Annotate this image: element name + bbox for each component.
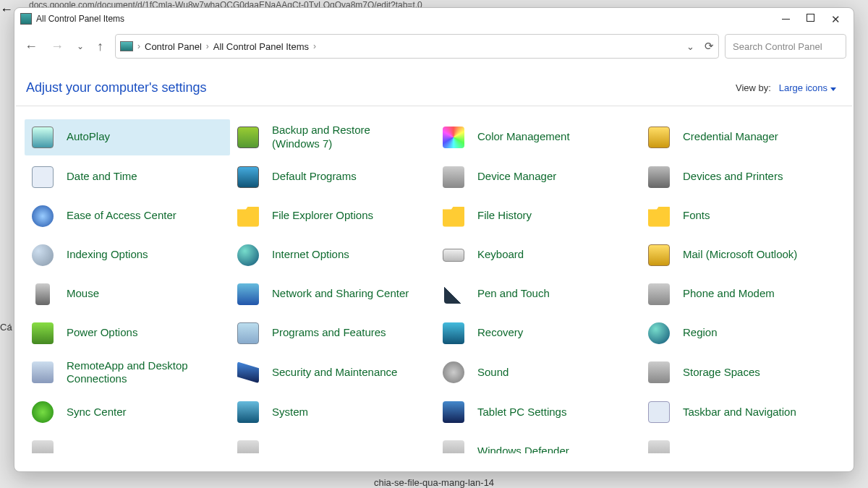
control-panel-item[interactable]: Devices and Printers [641, 160, 846, 194]
ic-region-icon [647, 321, 671, 346]
ic-keyboard-icon [441, 243, 466, 267]
chevron-right-icon: › [206, 41, 209, 51]
control-panel-item[interactable]: RemoteApp and Desktop Connections [25, 355, 230, 391]
nav-arrows: ← → ⌄ ↑ [22, 39, 109, 54]
ic-power-icon [30, 321, 55, 346]
close-button[interactable]: ✕ [830, 14, 841, 24]
item-label: Tablet PC Settings [477, 406, 566, 419]
control-panel-item[interactable]: Recovery [435, 316, 641, 351]
item-label: Fonts [683, 209, 710, 223]
control-panel-item[interactable]: Date and Time [25, 160, 230, 194]
control-panel-item[interactable]: Credential Manager [641, 119, 846, 155]
search-box[interactable] [725, 34, 846, 59]
caret-down-icon [830, 87, 836, 91]
control-panel-item[interactable]: Keyboard [435, 238, 641, 273]
control-panel-item[interactable]: Mouse [25, 277, 230, 312]
item-label: Indexing Options [67, 248, 148, 262]
background-arrow: ← [0, 2, 13, 17]
control-panel-item[interactable]: Security and Maintenance [230, 355, 435, 391]
address-bar[interactable]: › Control Panel › All Control Panel Item… [115, 34, 719, 59]
control-panel-item[interactable]: Default Programs [230, 160, 435, 194]
search-input[interactable] [733, 41, 838, 52]
page-heading: Adjust your computer's settings [26, 80, 207, 95]
items-grid: AutoPlayBackup and Restore (Windows 7)Co… [25, 119, 846, 453]
ic-network-icon [236, 282, 260, 307]
back-button[interactable]: ← [25, 39, 38, 54]
control-panel-item[interactable]: Sound [435, 355, 641, 391]
control-panel-item[interactable]: Sync Center [25, 395, 230, 429]
navigation-row: ← → ⌄ ↑ › Control Panel › All Control Pa… [14, 30, 854, 66]
item-label: RemoteApp and Desktop Connections [67, 359, 211, 387]
control-panel-item[interactable]: Fonts [641, 199, 846, 234]
control-panel-item[interactable]: Programs and Features [230, 316, 435, 351]
items-grid-wrap: AutoPlayBackup and Restore (Windows 7)Co… [14, 106, 854, 453]
ic-security-icon [236, 360, 260, 385]
control-panel-item[interactable]: Power Options [25, 316, 230, 351]
ic-storage-icon [647, 360, 671, 385]
control-panel-item[interactable]: System [230, 395, 435, 429]
forward-button[interactable]: → [51, 39, 64, 54]
control-panel-item[interactable]: Indexing Options [25, 238, 230, 273]
ic-devprint-icon [647, 165, 671, 189]
up-button[interactable]: ↑ [97, 39, 103, 54]
ic-folder-icon [236, 204, 260, 228]
control-panel-item[interactable]: File Explorer Options [230, 199, 435, 234]
control-panel-item[interactable] [641, 434, 846, 453]
window-title: All Control Panel Items [36, 14, 780, 24]
address-dropdown-icon[interactable]: ⌄ [686, 41, 694, 52]
control-panel-item[interactable]: Mail (Microsoft Outlook) [641, 238, 846, 273]
background-text: Cá [0, 322, 12, 333]
control-panel-item[interactable]: Internet Options [230, 238, 435, 273]
recent-dropdown[interactable]: ⌄ [77, 41, 84, 51]
control-panel-item[interactable]: Region [641, 316, 846, 351]
control-panel-item[interactable]: Storage Spaces [641, 355, 846, 391]
ic-fonts-icon [647, 204, 671, 228]
view-by-dropdown[interactable]: Large icons [779, 82, 836, 93]
item-label: Recovery [477, 326, 523, 340]
control-panel-item[interactable]: Color Management [435, 119, 641, 155]
maximize-button[interactable] [807, 14, 814, 22]
view-by-label: View by: [736, 82, 771, 93]
item-label: File Explorer Options [272, 209, 373, 223]
item-label: Network and Sharing Center [272, 287, 409, 301]
ic-autoplay-icon [30, 125, 55, 150]
ic-tablet-icon [441, 400, 466, 424]
ic-mouse-icon [30, 282, 55, 307]
control-panel-item[interactable]: Network and Sharing Center [230, 277, 435, 312]
minimize-button[interactable] [780, 14, 791, 24]
control-panel-item[interactable]: Tablet PC Settings [435, 395, 641, 429]
ic-device-icon [441, 165, 466, 189]
control-panel-item[interactable] [25, 434, 230, 453]
control-panel-window: All Control Panel Items ✕ ← → ⌄ ↑ › Cont… [14, 7, 854, 472]
control-panel-item[interactable]: File History [435, 199, 641, 234]
control-panel-item[interactable]: Ease of Access Center [25, 199, 230, 234]
ic-prog-icon [236, 321, 260, 346]
ic-phone-icon [647, 282, 671, 307]
control-panel-item[interactable]: Phone and Modem [641, 277, 846, 312]
breadcrumb-current[interactable]: All Control Panel Items [213, 41, 309, 52]
breadcrumb-root[interactable]: Control Panel [145, 41, 202, 52]
window-controls: ✕ [780, 14, 848, 24]
control-panel-item[interactable]: Pen and Touch [435, 277, 641, 312]
view-by: View by: Large icons [736, 82, 836, 93]
refresh-icon[interactable]: ⟳ [705, 40, 714, 53]
ic-windef-icon [236, 439, 260, 453]
item-label: AutoPlay [67, 130, 110, 144]
control-panel-item[interactable]: Windows Defender [435, 434, 641, 453]
item-label: System [272, 406, 308, 419]
item-label: Windows Defender [477, 445, 569, 453]
control-panel-item[interactable]: Backup and Restore (Windows 7) [230, 119, 435, 155]
control-panel-item[interactable]: AutoPlay [25, 119, 230, 155]
item-label: Mouse [67, 287, 99, 301]
ic-history-icon [441, 204, 466, 228]
ic-sync-icon [30, 400, 55, 424]
control-panel-item[interactable]: Taskbar and Navigation [641, 395, 846, 429]
ic-remote-icon [30, 360, 55, 385]
ic-pen-icon [441, 282, 466, 307]
ic-mail-icon [647, 243, 671, 267]
item-label: Color Management [477, 130, 570, 144]
control-panel-icon [20, 13, 32, 25]
ic-cred-icon [647, 125, 671, 150]
control-panel-item[interactable]: Device Manager [435, 160, 641, 194]
control-panel-item[interactable] [230, 434, 435, 453]
